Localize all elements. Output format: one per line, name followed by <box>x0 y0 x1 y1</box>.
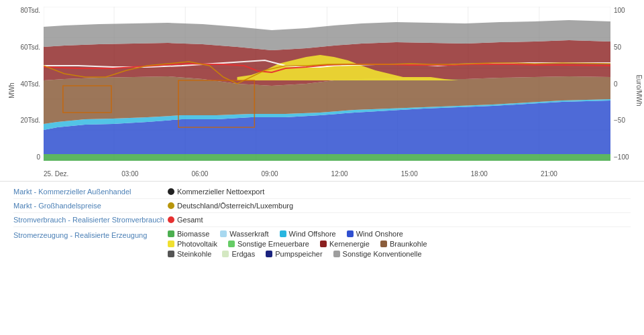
legend-item-sonstige-konventionelle: Sonstige Konventionelle <box>333 250 422 258</box>
y-right-tick-0: 100 <box>614 7 625 14</box>
svg-marker-15 <box>44 154 610 161</box>
x-tick-2: 06:00 <box>191 170 208 178</box>
y-right-tick-1: 50 <box>614 44 621 51</box>
legend-items-0: Kommerzieller Nettoexport <box>168 188 264 196</box>
wasserkraft-icon <box>220 230 227 237</box>
gesamt-label: Gesamt <box>177 216 203 224</box>
photovoltaik-label: Photovoltaik <box>177 240 217 248</box>
chart-container: 80Tsd. 60Tsd. 40Tsd. 20Tsd. 0 MWh 100 50… <box>0 0 644 335</box>
legend-item-pumpspeicher: Pumpspeicher <box>266 250 322 258</box>
sonstige-erneuerbare-icon <box>228 241 235 247</box>
y-right-tick-4: −100 <box>614 153 629 161</box>
steinkohle-icon <box>168 251 174 257</box>
x-axis: 25. Dez. 03:00 06:00 09:00 12:00 15:00 1… <box>44 170 610 178</box>
y-right-tick-3: −50 <box>614 117 625 124</box>
legend-section-3: Stromerzeugung - Realisierte Erzeugung <box>13 230 168 239</box>
legend-row-3: Stromerzeugung - Realisierte Erzeugung B… <box>13 227 631 261</box>
y-left-tick-1: 60Tsd. <box>21 44 40 51</box>
wind-offshore-label: Wind Offshore <box>289 230 336 238</box>
biomasse-icon <box>168 230 174 237</box>
legend-items-3-row1: Biomasse Wasserkraft Wind Offshore Wind … <box>168 230 427 238</box>
erdgas-icon <box>222 251 229 257</box>
photovoltaik-icon <box>168 241 174 247</box>
steinkohle-label: Steinkohle <box>177 250 211 258</box>
legend-section-2: Stromverbrauch - Realisierter Stromverbr… <box>13 216 168 224</box>
sonstige-erneuerbare-label: Sonstige Erneuerbare <box>237 240 309 248</box>
legend-items-3-row2: Photovoltaik Sonstige Erneuerbare Kernen… <box>168 240 427 248</box>
de-at-lu-label: Deutschland/Österreich/Luxemburg <box>177 202 293 210</box>
pumpspeicher-label: Pumpspeicher <box>275 250 322 258</box>
x-tick-6: 18:00 <box>471 170 488 178</box>
legend-section-1: Markt - Großhandelspreise <box>13 202 168 210</box>
legend-item-wind-onshore: Wind Onshore <box>347 230 403 238</box>
legend-item-gesamt: Gesamt <box>168 216 203 224</box>
kernenergie-label: Kernenergie <box>329 240 370 248</box>
y-right-tick-2: 0 <box>614 80 618 88</box>
y-left-label: MWh <box>8 82 15 98</box>
sonstige-konventionelle-icon <box>333 251 340 257</box>
legend-item-steinkohle: Steinkohle <box>168 250 211 258</box>
legend-item-photovoltaik: Photovoltaik <box>168 240 217 248</box>
pumpspeicher-icon <box>266 251 272 257</box>
legend-items-3-row3: Steinkohle Erdgas Pumpspeicher Sonstige … <box>168 250 427 258</box>
de-at-lu-icon <box>168 202 174 209</box>
legend-section-0: Markt - Kommerzieller Außenhandel <box>13 188 168 196</box>
y-left-tick-0: 80Tsd. <box>21 7 40 14</box>
kernenergie-icon <box>320 241 327 247</box>
x-tick-4: 12:00 <box>331 170 348 178</box>
wind-offshore-icon <box>280 230 286 237</box>
braunkohle-icon <box>380 241 387 247</box>
y-left-tick-3: 20Tsd. <box>21 117 40 124</box>
x-tick-1: 03:00 <box>121 170 138 178</box>
x-tick-3: 09:00 <box>262 170 278 178</box>
legend-item-kernenergie: Kernenergie <box>320 240 370 248</box>
legend-items-1: Deutschland/Österreich/Luxemburg <box>168 202 293 210</box>
nettoexport-icon <box>168 188 174 195</box>
x-tick-0: 25. Dez. <box>44 170 68 178</box>
legend-item-erdgas: Erdgas <box>222 250 255 258</box>
legend-items-2: Gesamt <box>168 216 203 224</box>
legend-item-braunkohle: Braunkohle <box>380 240 427 248</box>
legend-item-wasserkraft: Wasserkraft <box>220 230 268 238</box>
braunkohle-label: Braunkohle <box>390 240 427 248</box>
legend-item-sonstige-erneuerbare: Sonstige Erneuerbare <box>228 240 309 248</box>
gesamt-icon <box>168 216 174 223</box>
wind-onshore-label: Wind Onshore <box>356 230 403 238</box>
x-tick-7: 21:00 <box>541 170 557 178</box>
legend-item-de-at-lu: Deutschland/Österreich/Luxemburg <box>168 202 293 210</box>
erdgas-label: Erdgas <box>231 250 255 258</box>
wind-onshore-icon <box>347 230 354 237</box>
main-chart-svg <box>44 7 610 161</box>
legend-area: Markt - Kommerzieller Außenhandel Kommer… <box>0 181 644 335</box>
biomasse-label: Biomasse <box>177 230 209 238</box>
x-tick-5: 15:00 <box>401 170 418 178</box>
wasserkraft-label: Wasserkraft <box>229 230 268 238</box>
y-right-label: Euro/MWh <box>635 74 643 106</box>
legend-item-nettoexport: Kommerzieller Nettoexport <box>168 188 264 196</box>
legend-row-0: Markt - Kommerzieller Außenhandel Kommer… <box>13 185 631 199</box>
y-left-tick-4: 0 <box>36 153 40 161</box>
legend-row-1: Markt - Großhandelspreise Deutschland/Ös… <box>13 199 631 213</box>
y-left-tick-2: 40Tsd. <box>21 80 40 88</box>
sonstige-konventionelle-label: Sonstige Konventionelle <box>343 250 422 258</box>
chart-area: 80Tsd. 60Tsd. 40Tsd. 20Tsd. 0 MWh 100 50… <box>0 0 644 181</box>
legend-items-3: Biomasse Wasserkraft Wind Offshore Wind … <box>168 230 427 258</box>
nettoexport-label: Kommerzieller Nettoexport <box>177 188 264 196</box>
legend-row-2: Stromverbrauch - Realisierter Stromverbr… <box>13 213 631 227</box>
legend-item-wind-offshore: Wind Offshore <box>280 230 336 238</box>
legend-item-biomasse: Biomasse <box>168 230 209 238</box>
